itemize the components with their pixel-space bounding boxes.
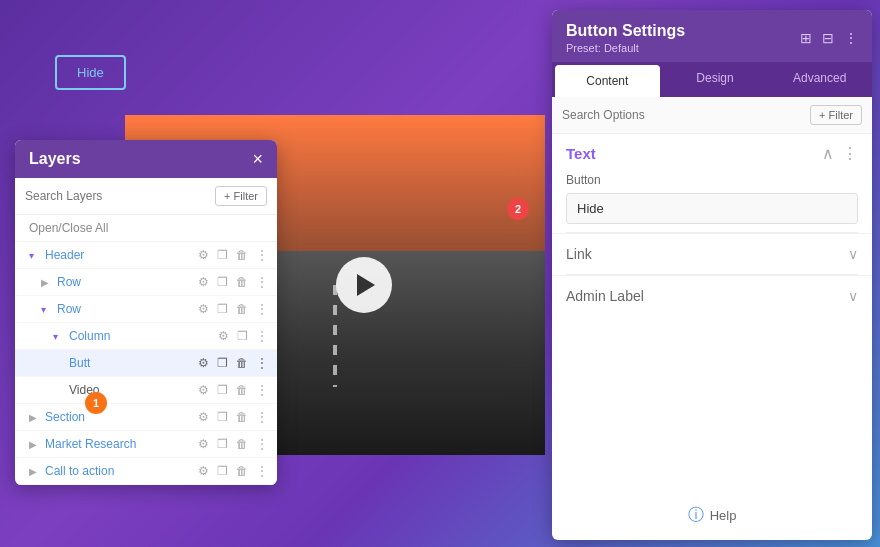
layer-copy-button[interactable]: ❐ xyxy=(216,355,229,371)
layer-name-section: Section xyxy=(41,410,197,424)
layer-icons-row2: ⚙ ❐ 🗑 ⋮ xyxy=(197,301,269,317)
settings-preset: Preset: Default xyxy=(566,42,685,54)
play-button[interactable] xyxy=(336,257,392,313)
layer-arrow-section[interactable]: ▶ xyxy=(29,412,41,423)
layer-trash-section[interactable]: 🗑 xyxy=(235,409,249,425)
layer-name-row1: Row xyxy=(53,275,197,289)
layer-copy-cta[interactable]: ❐ xyxy=(216,463,229,479)
layer-more-cta[interactable]: ⋮ xyxy=(255,463,269,479)
layer-name-video: Video xyxy=(65,383,197,397)
settings-icon-more[interactable]: ⋮ xyxy=(844,30,858,46)
layers-panel-title: Layers xyxy=(29,150,81,168)
layers-search-bar: + Filter xyxy=(15,178,277,215)
text-section-controls: ∧ ⋮ xyxy=(822,144,858,163)
layer-arrow-header[interactable]: ▾ xyxy=(29,250,41,261)
layer-more-button[interactable]: ⋮ xyxy=(255,355,269,371)
admin-label-title: Admin Label xyxy=(566,288,644,304)
button-text-input[interactable] xyxy=(566,193,858,224)
settings-icon-expand[interactable]: ⊞ xyxy=(800,30,812,46)
tab-content[interactable]: Content xyxy=(555,65,660,97)
layer-more-section[interactable]: ⋮ xyxy=(255,409,269,425)
layer-name-column: Column xyxy=(65,329,217,343)
layer-icons-section: ⚙ ❐ 🗑 ⋮ xyxy=(197,409,269,425)
help-row: ⓘ Help xyxy=(552,445,872,540)
link-section-title: Link xyxy=(566,246,592,262)
settings-filter-button[interactable]: + Filter xyxy=(810,105,862,125)
layer-gear-button[interactable]: ⚙ xyxy=(197,355,210,371)
settings-header-icons: ⊞ ⊟ ⋮ xyxy=(800,30,858,46)
layer-more-row1[interactable]: ⋮ xyxy=(255,274,269,290)
link-section[interactable]: Link ∨ xyxy=(552,233,872,274)
layer-copy-market[interactable]: ❐ xyxy=(216,436,229,452)
settings-icon-columns[interactable]: ⊟ xyxy=(822,30,834,46)
layer-gear-video[interactable]: ⚙ xyxy=(197,382,210,398)
layer-trash-cta[interactable]: 🗑 xyxy=(235,463,249,479)
layer-gear-section[interactable]: ⚙ xyxy=(197,409,210,425)
layer-gear-market[interactable]: ⚙ xyxy=(197,436,210,452)
text-section-more[interactable]: ⋮ xyxy=(842,144,858,163)
tab-design[interactable]: Design xyxy=(663,62,768,97)
layer-more-header[interactable]: ⋮ xyxy=(255,247,269,263)
text-section-collapse[interactable]: ∧ xyxy=(822,144,834,163)
layer-trash-market[interactable]: 🗑 xyxy=(235,436,249,452)
layer-trash-video[interactable]: 🗑 xyxy=(235,382,249,398)
settings-search-input[interactable] xyxy=(562,108,810,122)
layer-copy-row1[interactable]: ❐ xyxy=(216,274,229,290)
layer-icons-video: ⚙ ❐ 🗑 ⋮ xyxy=(197,382,269,398)
settings-title: Button Settings xyxy=(566,22,685,40)
layer-trash-row2[interactable]: 🗑 xyxy=(235,301,249,317)
layers-filter-button[interactable]: + Filter xyxy=(215,186,267,206)
layer-name-cta: Call to action xyxy=(41,464,197,478)
settings-tabs: Content Design Advanced xyxy=(552,62,872,97)
layers-panel: Layers × + Filter Open/Close All ▾ Heade… xyxy=(15,140,277,485)
text-section-title: Text xyxy=(566,145,596,162)
layer-copy-row2[interactable]: ❐ xyxy=(216,301,229,317)
layer-name-header: Header xyxy=(41,248,197,262)
layer-more-video[interactable]: ⋮ xyxy=(255,382,269,398)
hide-button[interactable]: Hide xyxy=(55,55,126,90)
layer-gear-header[interactable]: ⚙ xyxy=(197,247,210,263)
layer-trash-header[interactable]: 🗑 xyxy=(235,247,249,263)
layer-trash-button[interactable]: 🗑 xyxy=(235,355,249,371)
layer-arrow-row2[interactable]: ▾ xyxy=(41,304,53,315)
layer-item-column: ▾ Column ⚙ ❐ ⋮ xyxy=(15,323,277,350)
layers-panel-header: Layers × xyxy=(15,140,277,178)
button-text-input-row xyxy=(552,189,872,232)
layers-close-button[interactable]: × xyxy=(252,150,263,168)
layer-icons-row1: ⚙ ❐ 🗑 ⋮ xyxy=(197,274,269,290)
layer-icons-column: ⚙ ❐ ⋮ xyxy=(217,328,269,344)
layer-icons-market: ⚙ ❐ 🗑 ⋮ xyxy=(197,436,269,452)
layer-arrow-market[interactable]: ▶ xyxy=(29,439,41,450)
layer-copy-video[interactable]: ❐ xyxy=(216,382,229,398)
layer-arrow-column[interactable]: ▾ xyxy=(53,331,65,342)
open-close-all[interactable]: Open/Close All xyxy=(15,215,277,242)
layer-more-market[interactable]: ⋮ xyxy=(255,436,269,452)
settings-header-text: Button Settings Preset: Default xyxy=(566,22,685,54)
layer-item-row2: ▾ Row ⚙ ❐ 🗑 ⋮ xyxy=(15,296,277,323)
admin-label-section[interactable]: Admin Label ∨ xyxy=(552,275,872,316)
layer-icons-header: ⚙ ❐ 🗑 ⋮ xyxy=(197,247,269,263)
layer-gear-row1[interactable]: ⚙ xyxy=(197,274,210,290)
layer-copy-section[interactable]: ❐ xyxy=(216,409,229,425)
button-field-label: Button xyxy=(552,169,872,189)
layer-more-column[interactable]: ⋮ xyxy=(255,328,269,344)
text-section-header: Text ∧ ⋮ xyxy=(552,134,872,169)
layer-gear-column[interactable]: ⚙ xyxy=(217,328,230,344)
layer-item-row1: ▶ Row ⚙ ❐ 🗑 ⋮ xyxy=(15,269,277,296)
layer-icons-button: ⚙ ❐ 🗑 ⋮ xyxy=(197,355,269,371)
layers-search-input[interactable] xyxy=(25,189,209,203)
layer-copy-column[interactable]: ❐ xyxy=(236,328,249,344)
layer-arrow-row1[interactable]: ▶ xyxy=(41,277,53,288)
layer-copy-header[interactable]: ❐ xyxy=(216,247,229,263)
layer-name-market: Market Research xyxy=(41,437,197,451)
layer-trash-row1[interactable]: 🗑 xyxy=(235,274,249,290)
layer-more-row2[interactable]: ⋮ xyxy=(255,301,269,317)
layer-item-header: ▾ Header ⚙ ❐ 🗑 ⋮ xyxy=(15,242,277,269)
layer-gear-row2[interactable]: ⚙ xyxy=(197,301,210,317)
help-icon: ⓘ xyxy=(688,505,704,526)
tab-advanced[interactable]: Advanced xyxy=(767,62,872,97)
layer-name-button: Butt xyxy=(65,356,197,370)
layer-gear-cta[interactable]: ⚙ xyxy=(197,463,210,479)
step-badge-1: 1 xyxy=(85,392,107,414)
layer-arrow-cta[interactable]: ▶ xyxy=(29,466,41,477)
